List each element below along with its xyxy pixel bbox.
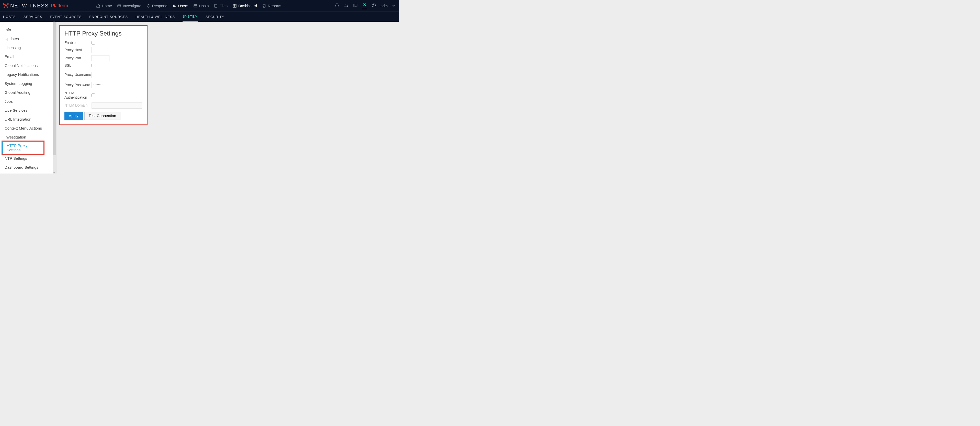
sidebar-item-investigation[interactable]: Investigation <box>0 133 52 141</box>
sidebar-item-dashboard-settings[interactable]: Dashboard Settings <box>0 163 52 172</box>
test-connection-button-label: Test Connection <box>89 113 116 118</box>
sidebar-item-http-proxy[interactable]: HTTP Proxy Settings <box>2 141 44 154</box>
respond-icon <box>146 4 151 8</box>
row-proxy-username: Proxy Username <box>64 70 143 80</box>
apply-button[interactable]: Apply <box>64 112 83 120</box>
svg-rect-19 <box>235 4 236 6</box>
sidebar-item-legacy-notifications[interactable]: Legacy Notifications <box>0 70 52 79</box>
sidebar-item-label: Legacy Notifications <box>5 72 39 77</box>
scroll-up-icon[interactable]: ▴ <box>53 19 56 22</box>
users-icon <box>173 4 177 8</box>
sidebar-item-label: Jobs <box>5 99 13 103</box>
svg-point-2 <box>3 3 4 4</box>
nav-hosts[interactable]: Hosts <box>191 0 211 11</box>
apply-button-label: Apply <box>69 113 78 118</box>
proxy-host-input[interactable] <box>92 47 142 53</box>
chevron-down-icon <box>391 3 396 8</box>
sidebar-item-global-auditing[interactable]: Global Auditing <box>0 88 52 97</box>
user-menu[interactable]: admin <box>381 3 396 8</box>
scroll-thumb[interactable] <box>53 22 56 155</box>
timer-icon[interactable] <box>335 3 339 9</box>
subnav-health-label: HEALTH & WELLNESS <box>135 15 175 19</box>
subnav-services-label: SERVICES <box>24 15 43 19</box>
sidebar-item-system-logging[interactable]: System Logging <box>0 79 52 88</box>
ssl-checkbox[interactable] <box>92 64 95 67</box>
bell-icon[interactable] <box>344 3 348 9</box>
proxy-username-input[interactable] <box>92 72 142 78</box>
subnav-security[interactable]: SECURITY <box>205 12 224 22</box>
files-icon <box>214 4 218 8</box>
subnav-services[interactable]: SERVICES <box>24 12 43 22</box>
sidebar-item-label: Email <box>5 54 14 59</box>
sidebar-item-label: Global Auditing <box>5 90 30 95</box>
nav-home[interactable]: Home <box>94 0 115 11</box>
sidebar-item-live-services[interactable]: Live Services <box>0 106 52 115</box>
hosts-icon <box>193 4 197 8</box>
tools-icon[interactable] <box>362 2 367 9</box>
content-area: HTTP Proxy Settings Enable Proxy Host Pr… <box>57 22 399 173</box>
sidebar-item-jobs[interactable]: Jobs <box>0 97 52 106</box>
svg-rect-18 <box>233 4 234 6</box>
proxy-username-label: Proxy Username <box>64 73 92 77</box>
sidebar-item-context-menu-actions[interactable]: Context Menu Actions <box>0 124 52 133</box>
subnav-system[interactable]: SYSTEM <box>183 12 198 22</box>
svg-rect-13 <box>194 4 197 5</box>
proxy-port-label: Proxy Port <box>64 56 92 60</box>
topbar: NETWITNESS Platform Home Investigate Res… <box>0 0 399 11</box>
sidebar-item-updates[interactable]: Updates <box>0 34 52 43</box>
work-area: Info Updates Licensing Email Global Noti… <box>0 22 399 173</box>
main-nav: Home Investigate Respond Users Hosts Fil… <box>94 0 284 11</box>
svg-rect-21 <box>235 6 236 7</box>
subnav-health[interactable]: HEALTH & WELLNESS <box>135 12 175 22</box>
proxy-port-input[interactable] <box>92 55 110 61</box>
svg-point-4 <box>7 3 8 4</box>
sidebar-item-global-notifications[interactable]: Global Notifications <box>0 61 52 70</box>
ntlm-auth-checkbox[interactable] <box>92 94 95 97</box>
nav-respond[interactable]: Respond <box>144 0 170 11</box>
ssl-label: SSL <box>64 64 92 68</box>
svg-point-30 <box>354 5 355 5</box>
test-connection-button[interactable]: Test Connection <box>84 112 121 120</box>
image-icon[interactable] <box>353 3 358 9</box>
enable-checkbox[interactable] <box>92 41 95 45</box>
subnav-hosts[interactable]: HOSTS <box>3 12 16 22</box>
sidebar-item-ntp-settings[interactable]: NTP Settings <box>0 154 52 163</box>
scroll-down-icon[interactable]: ▾ <box>53 172 56 173</box>
nav-users[interactable]: Users <box>170 0 191 11</box>
subnav-endpoint-sources-label: ENDPOINT SOURCES <box>89 15 128 19</box>
sidebar-item-info[interactable]: Info <box>0 25 52 34</box>
ntlm-domain-input <box>92 102 142 109</box>
sidebar-item-label: Live Services <box>5 108 27 113</box>
sidebar-item-label: HTTP Proxy Settings <box>6 143 27 152</box>
sidebar-item-licensing[interactable]: Licensing <box>0 43 52 52</box>
button-row: Apply Test Connection <box>64 112 143 120</box>
sidebar-item-label: System Logging <box>5 81 32 86</box>
proxy-password-label: Proxy Password <box>64 83 92 87</box>
sidebar-item-label: Licensing <box>5 46 21 50</box>
proxy-password-input[interactable] <box>92 82 142 88</box>
row-proxy-host: Proxy Host <box>64 47 143 53</box>
sidebar-item-email[interactable]: Email <box>0 52 52 61</box>
svg-point-6 <box>4 6 5 8</box>
sidebar-item-label: Investigation <box>5 135 26 139</box>
brand: NETWITNESS Platform <box>3 3 68 9</box>
subnav-endpoint-sources[interactable]: ENDPOINT SOURCES <box>89 12 128 22</box>
sidebar-scrollbar[interactable]: ▴ ▾ <box>52 22 57 173</box>
sidebar: Info Updates Licensing Email Global Noti… <box>0 22 52 173</box>
ntlm-domain-label: NTLM Domain <box>64 103 92 108</box>
nav-investigate[interactable]: Investigate <box>115 0 144 11</box>
nav-files-label: Files <box>220 3 228 8</box>
subnav-event-sources-label: EVENT SOURCES <box>50 15 81 19</box>
home-icon <box>96 4 100 8</box>
svg-point-12 <box>175 5 176 6</box>
ntlm-auth-label: NTLM Authentication <box>64 91 92 100</box>
brand-name: NETWITNESS <box>10 3 49 9</box>
http-proxy-panel: HTTP Proxy Settings Enable Proxy Host Pr… <box>59 25 148 125</box>
nav-files[interactable]: Files <box>211 0 230 11</box>
sidebar-wrap: Info Updates Licensing Email Global Noti… <box>0 22 57 173</box>
help-icon[interactable] <box>372 3 376 9</box>
nav-reports[interactable]: Reports <box>259 0 284 11</box>
sidebar-item-label: Info <box>5 28 11 32</box>
sidebar-item-url-integration[interactable]: URL Integration <box>0 115 52 124</box>
nav-dashboard[interactable]: Dashboard <box>230 0 259 11</box>
